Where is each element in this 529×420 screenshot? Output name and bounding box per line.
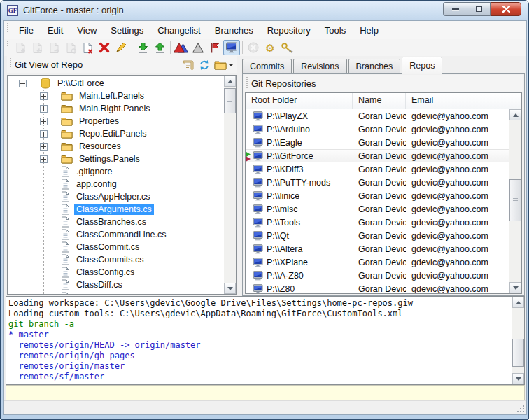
tree-item[interactable]: ClassCommit.cs <box>8 241 224 253</box>
repo-path: P:\\linice <box>267 191 299 201</box>
menu-help[interactable]: Help <box>353 22 386 38</box>
refresh-icon[interactable] <box>199 59 210 71</box>
tree-item[interactable]: Repo.Edit.Panels <box>8 127 224 140</box>
pull-icon[interactable] <box>134 40 151 55</box>
scroll-up-button[interactable] <box>224 76 236 87</box>
tree-item[interactable]: Main.Right.Panels <box>8 102 224 115</box>
repo-row[interactable]: P:\\GitForceGoran Devicgdevic@yahoo.com <box>246 149 509 162</box>
close-button[interactable] <box>491 2 521 16</box>
tree-expander-plus[interactable] <box>40 105 48 113</box>
tab-commits[interactable]: Commits <box>242 59 292 74</box>
repo-row[interactable]: P:\\AlteraGoran Devicgdevic@yahoo.com <box>246 242 509 255</box>
repo-row[interactable]: P:\\miscGoran Devicgdevic@yahoo.com <box>246 202 509 216</box>
column-header-root-folder[interactable]: Root Folder <box>246 93 353 108</box>
delete-file-icon[interactable] <box>79 40 96 55</box>
console-scrollbar[interactable] <box>512 297 524 384</box>
repo-row[interactable]: P:\\PuTTY-modsGoran Devicgdevic@yahoo.co… <box>246 176 509 189</box>
vertical-splitter[interactable] <box>237 74 242 296</box>
scroll-down-button[interactable] <box>512 373 524 384</box>
repo-row[interactable]: P:\\EagleGoran Devicgdevic@yahoo.com <box>246 136 509 149</box>
restore-button[interactable] <box>467 2 491 16</box>
column-header-name[interactable]: Name <box>353 93 406 108</box>
menubar-grip[interactable] <box>6 23 9 37</box>
repo-row[interactable]: P:\\XPlaneGoran Devicgdevic@yahoo.com <box>246 255 509 269</box>
menu-changelist[interactable]: Changelist <box>150 22 207 38</box>
scroll-up-button[interactable] <box>512 297 524 308</box>
tab-branches[interactable]: Branches <box>348 59 401 74</box>
remove-icon[interactable] <box>96 40 113 55</box>
diff-icon[interactable] <box>173 40 190 55</box>
repos-scrollbar-thumb[interactable] <box>509 179 521 221</box>
branch-flag-icon[interactable] <box>206 40 223 55</box>
command-input[interactable] <box>6 385 525 400</box>
titlebar[interactable]: GF GitForce - master : origin <box>1 1 528 20</box>
settings-gear-icon[interactable]: ⚙ <box>262 40 278 55</box>
scroll-down-button[interactable] <box>224 283 236 294</box>
tree-item[interactable]: P:\\GitForce <box>8 77 224 90</box>
tree-scrollbar-thumb[interactable] <box>224 88 236 113</box>
tree-item[interactable]: ClassConfig.cs <box>8 266 224 279</box>
minimize-button[interactable] <box>443 2 467 16</box>
tree-item[interactable]: ClassAppHelper.cs <box>8 190 224 203</box>
scroll-down-button[interactable] <box>509 282 521 293</box>
push-icon[interactable] <box>151 40 168 55</box>
tree-item[interactable]: app.config <box>8 178 224 190</box>
scroll-up-button[interactable] <box>509 109 521 120</box>
menu-branches[interactable]: Branches <box>208 22 260 38</box>
console-scrollbar-thumb[interactable] <box>512 339 524 367</box>
tree-item[interactable]: ClassCommandLine.cs <box>8 228 224 241</box>
menu-file[interactable]: File <box>12 22 41 38</box>
repo-row[interactable]: P:\\A-Z80Goran Devicgdevic@yahoo.com <box>246 269 509 282</box>
tree-expander-plus[interactable] <box>40 92 48 100</box>
repos-panel-grip[interactable] <box>246 77 248 90</box>
tree-expander-plus[interactable] <box>40 130 48 138</box>
column-header-email[interactable]: Email <box>406 93 491 108</box>
tree-expander-plus[interactable] <box>40 118 48 125</box>
tree-item[interactable]: .gitignore <box>8 165 224 178</box>
menu-settings[interactable]: Settings <box>104 22 150 38</box>
toolbar-grip[interactable] <box>6 41 9 54</box>
tree-item[interactable]: Settings.Panels <box>8 153 224 165</box>
console-output[interactable]: Loading workspace: C:\Users\gdevic\Googl… <box>6 296 525 385</box>
tab-repos[interactable]: Repos <box>402 57 442 74</box>
ssh-key-icon[interactable] <box>278 40 295 55</box>
menu-edit[interactable]: Edit <box>41 22 70 38</box>
repo-row[interactable]: P:\\PlayZXGoran Devicgdevic@yahoo.com <box>246 109 509 122</box>
tree-item[interactable]: Resources <box>8 140 224 153</box>
blame-icon[interactable] <box>190 40 206 55</box>
tree-item[interactable]: Properties <box>8 115 224 127</box>
repos-listview[interactable]: Root FolderNameEmail P:\\PlayZXGoran Dev… <box>245 92 522 294</box>
repo-row[interactable]: P:\\ToolsGoran Devicgdevic@yahoo.com <box>246 216 509 229</box>
tree-item[interactable]: ClassCommits.cs <box>8 253 224 266</box>
repo-row[interactable]: P:\\ArduinoGoran Devicgdevic@yahoo.com <box>246 122 509 136</box>
tree-item-label: Repo.Edit.Panels <box>77 128 149 139</box>
resize-grip[interactable] <box>516 404 525 413</box>
tree-item[interactable]: ClassException.cs <box>8 291 224 294</box>
repo-row[interactable]: P:\\Z80Goran Devicgdevic@yahoo.com <box>246 282 509 293</box>
left-panel-grip[interactable] <box>9 58 12 71</box>
tab-revisions[interactable]: Revisions <box>293 59 346 74</box>
tree-item[interactable]: ClassDiff.cs <box>8 279 224 291</box>
tree-expander-minus[interactable] <box>19 80 27 88</box>
arrow-down-icon <box>513 286 519 290</box>
repo-row[interactable]: P:\\liniceGoran Devicgdevic@yahoo.com <box>246 189 509 202</box>
browse-folder-icon[interactable] <box>214 59 234 70</box>
menu-view[interactable]: View <box>70 22 104 38</box>
tree-expander-plus[interactable] <box>40 143 48 150</box>
remote-monitor-icon[interactable] <box>223 40 240 55</box>
tree-item[interactable]: ClassBranches.cs <box>8 216 224 228</box>
tree-scrollbar[interactable] <box>224 76 236 294</box>
repos-scrollbar[interactable] <box>509 109 521 293</box>
tree-expander-plus[interactable] <box>40 155 48 163</box>
repo-row[interactable]: P:\\KDiff3Goran Devicgdevic@yahoo.com <box>246 162 509 176</box>
tree-item[interactable]: Main.Left.Panels <box>8 90 224 102</box>
menu-repository[interactable]: Repository <box>260 22 318 38</box>
menu-tools[interactable]: Tools <box>318 22 353 38</box>
edit-icon[interactable] <box>113 40 129 55</box>
current-repo-marker <box>246 150 253 162</box>
tree-item[interactable]: ClassArguments.cs <box>8 203 224 216</box>
repo-tree-panel[interactable]: P:\\GitForceMain.Left.PanelsMain.Right.P… <box>7 75 237 295</box>
log-icon[interactable] <box>182 59 195 71</box>
app-icon[interactable]: GF <box>7 5 18 16</box>
repo-row[interactable]: P:\\QtGoran Devicgdevic@yahoo.com <box>246 229 509 242</box>
